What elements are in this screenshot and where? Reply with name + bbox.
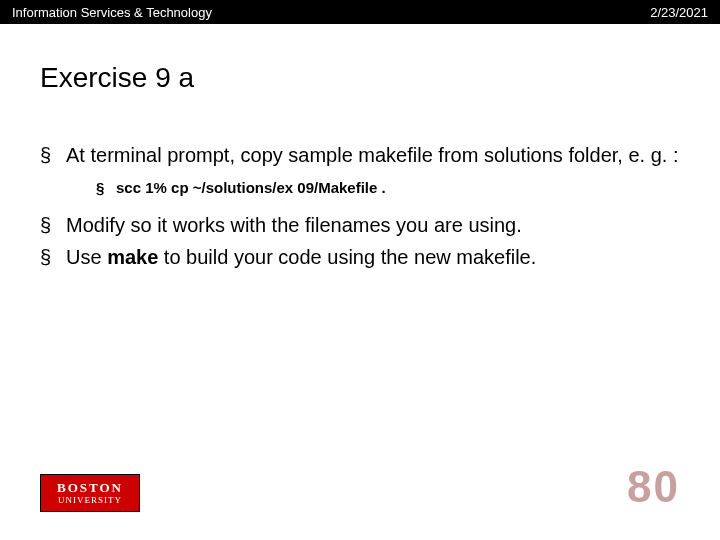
bullet-3-pre: Use <box>66 246 107 268</box>
logo-line2: UNIVERSITY <box>58 496 122 505</box>
footer: BOSTON UNIVERSITY 80 <box>40 462 680 512</box>
slide-content: At terminal prompt, copy sample makefile… <box>0 94 720 270</box>
header-bar: Information Services & Technology 2/23/2… <box>0 0 720 24</box>
slide-title: Exercise 9 a <box>0 24 720 94</box>
bullet-list: At terminal prompt, copy sample makefile… <box>40 142 680 270</box>
bullet-1: At terminal prompt, copy sample makefile… <box>40 142 680 198</box>
sub-bullet-list: scc 1% cp ~/solutions/ex 09/Makefile . <box>96 178 680 198</box>
bullet-3-post: to build your code using the new makefil… <box>158 246 536 268</box>
header-left: Information Services & Technology <box>12 5 212 20</box>
bullet-2: Modify so it works with the filenames yo… <box>40 212 680 238</box>
header-date: 2/23/2021 <box>650 5 708 20</box>
slide: Information Services & Technology 2/23/2… <box>0 0 720 540</box>
bullet-3-bold: make <box>107 246 158 268</box>
sub-bullet-1: scc 1% cp ~/solutions/ex 09/Makefile . <box>96 178 680 198</box>
bullet-1-text: At terminal prompt, copy sample makefile… <box>66 144 678 166</box>
boston-university-logo: BOSTON UNIVERSITY <box>40 474 140 512</box>
logo-line1: BOSTON <box>57 481 123 494</box>
bullet-3: Use make to build your code using the ne… <box>40 244 680 270</box>
page-number: 80 <box>627 462 680 512</box>
